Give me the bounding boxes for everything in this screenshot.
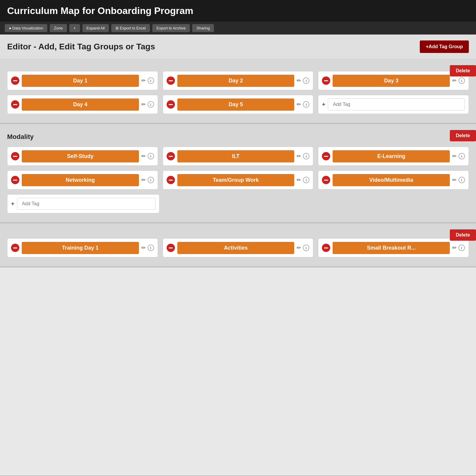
tag-item-self-study: Self-Study ✏ i <box>7 147 158 166</box>
remove-button-networking[interactable] <box>11 176 19 184</box>
tags-grid-unnamed: Day 1 ✏ i Day 2 ✏ i Day 3 ✏ <box>7 71 469 114</box>
tag-badge-small-breakout[interactable]: Small Breakout R... <box>333 242 450 254</box>
tag-badge-team-group-work[interactable]: Team/Group Work <box>177 174 295 186</box>
tag-group-unnamed: Delete Day 1 ✏ i Day 2 ✏ i <box>0 59 476 124</box>
tag-badge-ilt[interactable]: ILT <box>177 150 295 162</box>
tag-actions-day5: ✏ i <box>297 101 309 108</box>
section-header-modality: Modality Delete <box>7 133 469 141</box>
top-header: Curriculum Map for Onboarding Program <box>0 0 476 22</box>
pencil-icon-day2[interactable]: ✏ <box>297 77 301 84</box>
toolbar-expand-all[interactable]: Expand All <box>82 24 109 32</box>
tag-badge-day3[interactable]: Day 3 <box>333 75 450 87</box>
tag-item-networking: Networking ✏ i <box>7 170 158 190</box>
tag-badge-training-day-1[interactable]: Training Day 1 <box>22 242 139 254</box>
add-tag-item-group1: + <box>318 95 469 114</box>
tag-group-modality: Modality Delete Self-Study ✏ i ILT ✏ i <box>0 124 476 223</box>
remove-button-team-group-work[interactable] <box>167 176 175 184</box>
toolbar-zone[interactable]: Zone <box>50 24 67 32</box>
tag-badge-networking[interactable]: Networking <box>22 174 139 186</box>
section-title-modality: Modality <box>7 133 34 141</box>
main-content: Delete Day 1 ✏ i Day 2 ✏ i <box>0 59 476 476</box>
tag-badge-day1[interactable]: Day 1 <box>22 75 139 87</box>
info-icon-self-study[interactable]: i <box>148 153 154 159</box>
page-title: Curriculum Map for Onboarding Program <box>7 5 193 16</box>
pencil-icon-day5[interactable]: ✏ <box>297 101 301 108</box>
toolbar-sharing[interactable]: Sharing <box>192 24 214 32</box>
info-icon-day3[interactable]: i <box>458 77 465 84</box>
pencil-icon-video-multimedia[interactable]: ✏ <box>452 177 457 183</box>
remove-button-e-learning[interactable] <box>322 152 330 160</box>
tag-badge-day5[interactable]: Day 5 <box>177 98 295 111</box>
toolbar-plus[interactable]: + <box>69 24 80 32</box>
tag-item-day2: Day 2 ✏ i <box>163 71 314 90</box>
tag-item-activities: Activities ✏ i <box>163 238 314 257</box>
info-icon-training-day-1[interactable]: i <box>148 245 154 251</box>
tag-badge-activities[interactable]: Activities <box>177 242 295 254</box>
remove-button-video-multimedia[interactable] <box>322 176 330 184</box>
info-icon-e-learning[interactable]: i <box>458 153 465 159</box>
info-icon-day2[interactable]: i <box>303 77 309 84</box>
remove-button-day2[interactable] <box>167 76 175 85</box>
toolbar-export-archive[interactable]: Export to Archive <box>152 24 190 32</box>
tag-badge-e-learning[interactable]: E-Learning <box>333 150 450 162</box>
tag-item-e-learning: E-Learning ✏ i <box>318 147 469 166</box>
add-tag-input-group1[interactable] <box>328 98 465 110</box>
delete-button-modality[interactable]: Delete <box>450 130 476 141</box>
add-tag-group-button[interactable]: +Add Tag Group <box>420 40 469 53</box>
info-icon-team-group-work[interactable]: i <box>303 177 309 183</box>
toolbar-data-viz[interactable]: ● Data Visualization <box>5 24 47 32</box>
remove-button-activities[interactable] <box>167 244 175 252</box>
tag-item-video-multimedia: Video/Multimedia ✏ i <box>318 170 469 190</box>
tag-badge-day4[interactable]: Day 4 <box>22 98 139 111</box>
pencil-icon-team-group-work[interactable]: ✏ <box>297 177 301 183</box>
tag-badge-self-study[interactable]: Self-Study <box>22 150 139 162</box>
remove-button-day4[interactable] <box>11 100 19 109</box>
pencil-icon-day1[interactable]: ✏ <box>141 77 146 84</box>
remove-button-day5[interactable] <box>167 100 175 109</box>
pencil-icon-ilt[interactable]: ✏ <box>297 153 301 159</box>
pencil-icon-self-study[interactable]: ✏ <box>141 153 146 159</box>
add-tag-item-modality: + <box>7 194 159 213</box>
add-tag-plus-icon-group1: + <box>322 101 325 108</box>
tag-actions-day4: ✏ i <box>141 101 154 108</box>
info-icon-networking[interactable]: i <box>148 177 154 183</box>
tag-item-ilt: ILT ✏ i <box>163 147 314 166</box>
pencil-icon-activities[interactable]: ✏ <box>297 245 301 251</box>
remove-button-ilt[interactable] <box>167 152 175 160</box>
info-icon-video-multimedia[interactable]: i <box>458 177 465 183</box>
info-icon-ilt[interactable]: i <box>303 153 309 159</box>
pencil-icon-networking[interactable]: ✏ <box>141 177 146 183</box>
info-icon-day1[interactable]: i <box>148 77 154 84</box>
remove-button-training-day-1[interactable] <box>11 244 19 252</box>
delete-button-third[interactable]: Delete <box>450 229 476 241</box>
tag-group-third: Delete Training Day 1 ✏ i Activities ✏ i <box>0 223 476 267</box>
remove-button-self-study[interactable] <box>11 152 19 160</box>
pencil-icon-training-day-1[interactable]: ✏ <box>141 245 146 251</box>
info-icon-activities[interactable]: i <box>303 245 309 251</box>
add-tag-plus-icon-modality: + <box>11 201 15 207</box>
remove-button-small-breakout[interactable] <box>322 244 330 252</box>
tag-actions-training-day-1: ✏ i <box>141 245 154 251</box>
tag-badge-video-multimedia[interactable]: Video/Multimedia <box>333 174 450 186</box>
pencil-icon-day4[interactable]: ✏ <box>141 101 146 108</box>
remove-button-day1[interactable] <box>11 76 19 85</box>
delete-button-unnamed[interactable]: Delete <box>450 65 476 76</box>
remove-button-day3[interactable] <box>322 76 330 85</box>
pencil-icon-day3[interactable]: ✏ <box>452 77 457 84</box>
tag-item-day1: Day 1 ✏ i <box>7 71 158 90</box>
tag-actions-day3: ✏ i <box>452 77 465 84</box>
info-icon-day4[interactable]: i <box>148 101 154 108</box>
pencil-icon-small-breakout[interactable]: ✏ <box>452 245 457 251</box>
tag-actions-day2: ✏ i <box>297 77 309 84</box>
tag-item-team-group-work: Team/Group Work ✏ i <box>163 170 314 190</box>
editor-header: Editor - Add, Edit Tag Groups or Tags +A… <box>0 35 476 59</box>
info-icon-small-breakout[interactable]: i <box>458 245 465 251</box>
editor-title: Editor - Add, Edit Tag Groups or Tags <box>7 42 155 51</box>
tag-actions-small-breakout: ✏ i <box>452 245 465 251</box>
tag-actions-activities: ✏ i <box>297 245 309 251</box>
toolbar-export-excel[interactable]: ⊞ Export to Excel <box>111 24 150 32</box>
tag-badge-day2[interactable]: Day 2 <box>177 75 295 87</box>
info-icon-day5[interactable]: i <box>303 101 309 108</box>
add-tag-input-modality[interactable] <box>17 198 156 210</box>
pencil-icon-e-learning[interactable]: ✏ <box>452 153 457 159</box>
